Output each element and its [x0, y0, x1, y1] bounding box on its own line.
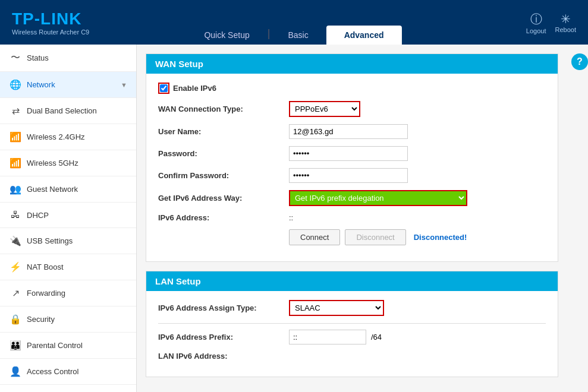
assign-type-select[interactable]: SLAAC DHCPv6 RADVD [289, 300, 384, 316]
wireless-24-icon: 📶 [9, 131, 22, 143]
enable-ipv6-checkbox[interactable] [160, 84, 168, 92]
sidebar-item-forwarding[interactable]: ↗ Forwarding [0, 280, 136, 306]
get-ipv6-value: Get IPv6 prefix delegation Use the follo… [289, 190, 467, 206]
connection-status: Disconnected! [414, 233, 467, 242]
get-ipv6-row: Get IPv6 Address Way: Get IPv6 prefix de… [158, 190, 546, 206]
enable-ipv6-row: Enable IPv6 [158, 83, 546, 94]
status-icon: 〜 [9, 52, 22, 64]
sidebar-label-parental: Parental Control [27, 341, 127, 350]
assign-type-value: SLAAC DHCPv6 RADVD [289, 300, 384, 316]
assign-type-row: IPv6 Address Assign Type: SLAAC DHCPv6 R… [158, 300, 546, 316]
sidebar-label-security: Security [27, 315, 127, 324]
reboot-button[interactable]: ✳ Reboot [555, 12, 576, 33]
reboot-icon: ✳ [555, 12, 576, 26]
sidebar-item-wireless-24[interactable]: 📶 Wireless 2.4GHz [0, 124, 136, 150]
sidebar: 〜 Status 🌐 Network ▼ ⇄ Dual Band Selecti… [0, 45, 137, 392]
lan-divider [158, 323, 546, 324]
sidebar-item-wireless-5[interactable]: 📶 Wireless 5GHz [0, 150, 136, 176]
tab-basic[interactable]: Basic [270, 26, 326, 45]
parental-icon: 👪 [9, 340, 22, 351]
password-label: Password: [158, 149, 289, 158]
sidebar-item-dual-band[interactable]: ⇄ Dual Band Selection [0, 98, 136, 124]
nav-tabs: Quick Setup | Basic Advanced [186, 26, 401, 45]
sidebar-item-usb-settings[interactable]: 🔌 USB Settings [0, 228, 136, 254]
sidebar-label-network: Network [27, 80, 121, 89]
forwarding-icon: ↗ [9, 287, 22, 299]
logo-subtitle: Wireless Router Archer C9 [12, 29, 89, 36]
sidebar-label-status: Status [27, 53, 127, 62]
sidebar-label-guest-network: Guest Network [27, 185, 127, 194]
confirm-password-row: Confirm Password: [158, 168, 546, 183]
connect-buttons: Connect Disconnect Disconnected! [289, 229, 467, 245]
disconnect-button[interactable]: Disconnect [345, 229, 405, 245]
sidebar-item-access-control[interactable]: 👤 Access Control [0, 359, 136, 385]
logo-area: TP-LINK Wireless Router Archer C9 [12, 10, 89, 36]
wan-setup-section: WAN Setup Enable IPv6 WAN Connection Typ… [146, 53, 558, 262]
username-input[interactable] [289, 124, 408, 139]
connect-row: Connect Disconnect Disconnected! [158, 229, 546, 245]
password-row: Password: [158, 146, 546, 161]
sidebar-label-wireless-24: Wireless 2.4GHz [27, 132, 127, 141]
prefix-value: /64 [289, 330, 382, 344]
tab-advanced[interactable]: Advanced [326, 26, 402, 45]
sidebar-item-guest-network[interactable]: 👥 Guest Network [0, 176, 136, 203]
ipv6-address-row: IPv6 Address: :: [158, 213, 546, 222]
enable-ipv6-label: Enable IPv6 [173, 84, 216, 93]
assign-type-label: IPv6 Address Assign Type: [158, 304, 289, 312]
prefix-suffix: /64 [371, 333, 382, 342]
sidebar-label-nat: NAT Boost [27, 263, 127, 271]
sidebar-item-status[interactable]: 〜 Status [0, 45, 136, 72]
wan-connection-type-label: WAN Connection Type: [158, 105, 289, 113]
logout-icon: ⓘ [526, 11, 546, 27]
sidebar-item-dhcp[interactable]: 🖧 DHCP [0, 203, 136, 228]
logout-label: Logout [526, 27, 546, 34]
dual-band-icon: ⇄ [9, 105, 22, 116]
wan-section-body: Enable IPv6 WAN Connection Type: PPPoEv6… [146, 74, 558, 261]
dhcp-icon: 🖧 [9, 210, 22, 220]
sidebar-label-dhcp: DHCP [27, 211, 127, 220]
sidebar-label-access: Access Control [27, 367, 127, 376]
usb-icon: 🔌 [9, 235, 22, 246]
logout-button[interactable]: ⓘ Logout [526, 11, 546, 34]
ipv6-address-label: IPv6 Address: [158, 213, 289, 222]
wan-connection-type-select[interactable]: PPPoEv6 DHCPv6 Static IPv6 [289, 101, 360, 117]
get-ipv6-select[interactable]: Get IPv6 prefix delegation Use the follo… [289, 190, 467, 206]
tab-quick-setup[interactable]: Quick Setup [186, 26, 267, 45]
confirm-password-label: Confirm Password: [158, 171, 289, 180]
reboot-label: Reboot [555, 26, 576, 33]
prefix-input[interactable] [289, 330, 366, 344]
lan-setup-section: LAN Setup IPv6 Address Assign Type: SLAA… [146, 271, 558, 377]
sidebar-item-security[interactable]: 🔒 Security [0, 306, 136, 333]
lan-section-title: LAN Setup [146, 271, 558, 291]
help-button[interactable]: ? [571, 53, 588, 70]
lan-ipv6-row: LAN IPv6 Address: [158, 352, 546, 361]
username-label: User Name: [158, 127, 289, 136]
sidebar-item-nat-boost[interactable]: ⚡ NAT Boost [0, 254, 136, 280]
connect-button[interactable]: Connect [289, 229, 340, 245]
content-area: ? WAN Setup Enable IPv6 WAN Connection T… [137, 45, 588, 392]
nat-icon: ⚡ [9, 261, 22, 273]
confirm-password-value [289, 168, 408, 183]
access-icon: 👤 [9, 366, 22, 377]
sidebar-item-parental-control[interactable]: 👪 Parental Control [0, 333, 136, 359]
confirm-password-input[interactable] [289, 168, 408, 183]
ipv6-address-value: :: [289, 213, 293, 222]
wan-connection-type-row: WAN Connection Type: PPPoEv6 DHCPv6 Stat… [158, 101, 546, 117]
password-input[interactable] [289, 146, 408, 161]
prefix-row: IPv6 Address Prefix: /64 [158, 330, 546, 344]
prefix-label: IPv6 Address Prefix: [158, 333, 289, 342]
main-layout: 〜 Status 🌐 Network ▼ ⇄ Dual Band Selecti… [0, 45, 588, 392]
wan-connection-type-value: PPPoEv6 DHCPv6 Static IPv6 [289, 101, 360, 117]
sidebar-label-usb: USB Settings [27, 236, 127, 245]
sidebar-item-network[interactable]: 🌐 Network ▼ [0, 72, 136, 98]
footer-buttons: Save Advanced [146, 386, 558, 392]
username-value [289, 124, 408, 139]
logo: TP-LINK [12, 10, 89, 29]
username-row: User Name: [158, 124, 546, 139]
header: TP-LINK Wireless Router Archer C9 Quick … [0, 0, 588, 45]
lan-section-body: IPv6 Address Assign Type: SLAAC DHCPv6 R… [146, 291, 558, 377]
password-value [289, 146, 408, 161]
sidebar-label-wireless-5: Wireless 5GHz [27, 159, 127, 167]
network-icon: 🌐 [9, 79, 22, 90]
ipv6-address-display: :: [289, 213, 293, 222]
